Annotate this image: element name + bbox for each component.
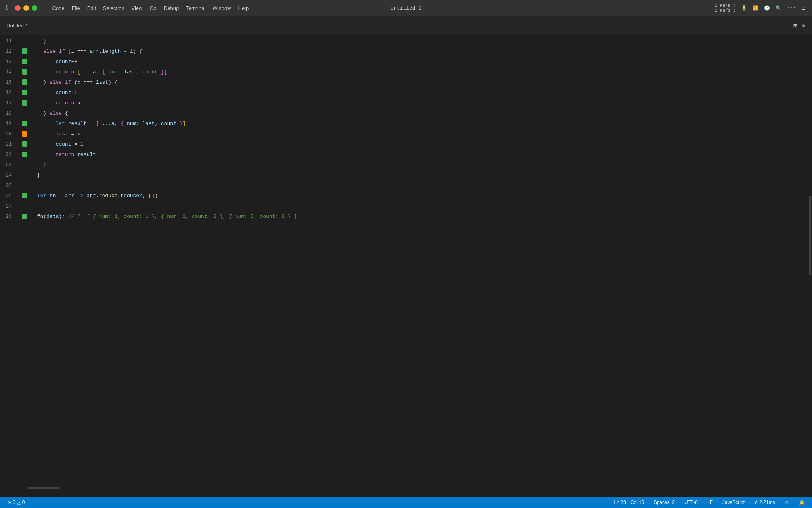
- warning-icon: △: [17, 500, 21, 505]
- bp-19: [20, 121, 29, 126]
- scrollbar-thumb[interactable]: [809, 196, 811, 275]
- titlebar:  Code File Edit Selection View Go Debug…: [0, 0, 812, 16]
- menu-debug[interactable]: Debug: [164, 5, 179, 11]
- code-line-22: return result: [29, 152, 806, 158]
- statusbar-left: ⊗ 0 △ 0: [6, 499, 26, 506]
- line-28: 28 fn(data); // ? [ { num: 1, count: 1 }…: [0, 211, 806, 221]
- window-title: Untitled-1: [391, 5, 421, 11]
- code-editor[interactable]: 11 } 12 else if (i === arr.length - 1) {…: [0, 36, 806, 497]
- line-number-27: 27: [0, 203, 20, 209]
- line-24: 24 }: [0, 170, 806, 180]
- battery-icon: 🔋: [741, 5, 747, 11]
- line-12: 12 else if (i === arr.length - 1) {: [0, 46, 806, 56]
- smiley-icon[interactable]: ☺: [783, 499, 791, 506]
- encoding-setting[interactable]: UTF-8: [683, 499, 699, 506]
- line-14: 14 return [ ...a, { num: last, count }]: [0, 67, 806, 77]
- menu-code[interactable]: Code: [52, 5, 65, 11]
- bp-14: [20, 69, 29, 75]
- circle-icon[interactable]: ●: [802, 22, 806, 29]
- code-line-13: count++: [29, 59, 806, 65]
- line-number-18: 18: [0, 110, 20, 116]
- spaces-setting[interactable]: Spaces: 2: [652, 499, 676, 506]
- wifi-icon: 📶: [753, 5, 758, 11]
- line-18: 18 } else {: [0, 108, 806, 118]
- code-line-14: return [ ...a, { num: last, count }]: [29, 69, 806, 75]
- minimize-button[interactable]: [23, 5, 29, 11]
- line-19: 19 let result = [ ...a, { num: last, cou…: [0, 118, 806, 129]
- line-number-20: 20: [0, 131, 20, 137]
- statusbar: ⊗ 0 △ 0 Ln 28, Col 15 Spaces: 2 UTF-8 LF…: [0, 497, 812, 508]
- code-line-15: } else if (x === last) {: [29, 79, 806, 85]
- line-number-22: 22: [0, 152, 20, 158]
- ln-col-text: Ln 28: [614, 500, 626, 505]
- list-icon: ☰: [801, 5, 806, 11]
- line-13: 13 count++: [0, 56, 806, 67]
- more-icon: ···: [787, 5, 796, 11]
- editor-actions: ⊞ ●: [793, 22, 806, 30]
- line-number-17: 17: [0, 100, 20, 106]
- tab-title[interactable]: Untitled-1: [6, 23, 29, 29]
- editor-container: 11 } 12 else if (i === arr.length - 1) {…: [0, 36, 812, 497]
- code-line-21: count = 1: [29, 141, 806, 147]
- menu-selection[interactable]: Selection: [103, 5, 124, 11]
- titlebar-right: 1 KB/s ↑1 KB/s ↓ 🔋 📶 🕐 🔍 ··· ☰: [715, 3, 806, 13]
- code-line-12: else if (i === arr.length - 1) {: [29, 48, 806, 54]
- network-speed: 1 KB/s ↑1 KB/s ↓: [715, 3, 736, 13]
- line-number-28: 28: [0, 214, 20, 219]
- error-count[interactable]: ⊗ 0 △ 0: [6, 499, 26, 506]
- split-editor-icon[interactable]: ⊞: [793, 22, 797, 30]
- menu-edit[interactable]: Edit: [87, 5, 96, 11]
- spotlight-icon: 🔍: [776, 5, 781, 11]
- bell-icon[interactable]: 🔔: [797, 499, 806, 506]
- code-line-24: }: [29, 172, 806, 178]
- code-line-23: }: [29, 162, 806, 168]
- language-mode[interactable]: JavaScript: [721, 499, 746, 506]
- line-number-16: 16: [0, 90, 20, 96]
- line-number-13: 13: [0, 59, 20, 65]
- bp-28: [20, 214, 29, 219]
- code-line-11: }: [29, 38, 806, 44]
- line-number-15: 15: [0, 79, 20, 85]
- warning-number: 0: [22, 500, 25, 505]
- line-17: 17 return a: [0, 98, 806, 108]
- line-15: 15 } else if (x === last) {: [0, 77, 806, 87]
- line-22: 22 return result: [0, 149, 806, 160]
- check-time[interactable]: ✔ 2.21ms: [753, 499, 777, 506]
- code-line-16: count++: [29, 90, 806, 96]
- menu-window[interactable]: Window: [213, 5, 231, 11]
- horizontal-scrollbar-thumb[interactable]: [28, 487, 59, 489]
- line-16: 16 count++: [0, 87, 806, 98]
- menu-help[interactable]: Help: [238, 5, 249, 11]
- line-25: 25: [0, 180, 806, 190]
- line-number-23: 23: [0, 162, 20, 168]
- code-line-18: } else {: [29, 110, 806, 116]
- titlebar-left:  Code File Edit Selection View Go Debug…: [6, 4, 249, 12]
- maximize-button[interactable]: [32, 5, 37, 11]
- line-26: 26 let fn = arr => arr.reduce(reducer, […: [0, 190, 806, 201]
- bp-21: [20, 141, 29, 147]
- close-button[interactable]: [15, 5, 21, 11]
- line-23: 23 }: [0, 160, 806, 170]
- apple-logo-icon: : [6, 4, 10, 12]
- menu-go[interactable]: Go: [149, 5, 156, 11]
- menu-view[interactable]: View: [132, 5, 143, 11]
- horizontal-scrollbar[interactable]: [0, 486, 812, 490]
- scrollbar[interactable]: [806, 36, 812, 497]
- line-20: 20 last = x: [0, 129, 806, 139]
- line-number-26: 26: [0, 193, 20, 199]
- code-line-20: last = x: [29, 131, 806, 137]
- menu-terminal[interactable]: Terminal: [186, 5, 205, 11]
- line-number-24: 24: [0, 172, 20, 178]
- line-21: 21 count = 1: [0, 139, 806, 149]
- line-number-14: 14: [0, 69, 20, 75]
- cursor-position[interactable]: Ln 28, Col 15: [613, 499, 646, 506]
- bp-22: [20, 152, 29, 157]
- bp-26: [20, 193, 29, 198]
- eol-setting[interactable]: LF: [706, 499, 714, 506]
- statusbar-right: Ln 28, Col 15 Spaces: 2 UTF-8 LF JavaScr…: [613, 499, 806, 506]
- bp-13: [20, 59, 29, 64]
- editor-header: Untitled-1 ⊞ ●: [0, 16, 812, 36]
- error-number: 0: [13, 500, 15, 505]
- menu-file[interactable]: File: [72, 5, 80, 11]
- bp-16: [20, 90, 29, 95]
